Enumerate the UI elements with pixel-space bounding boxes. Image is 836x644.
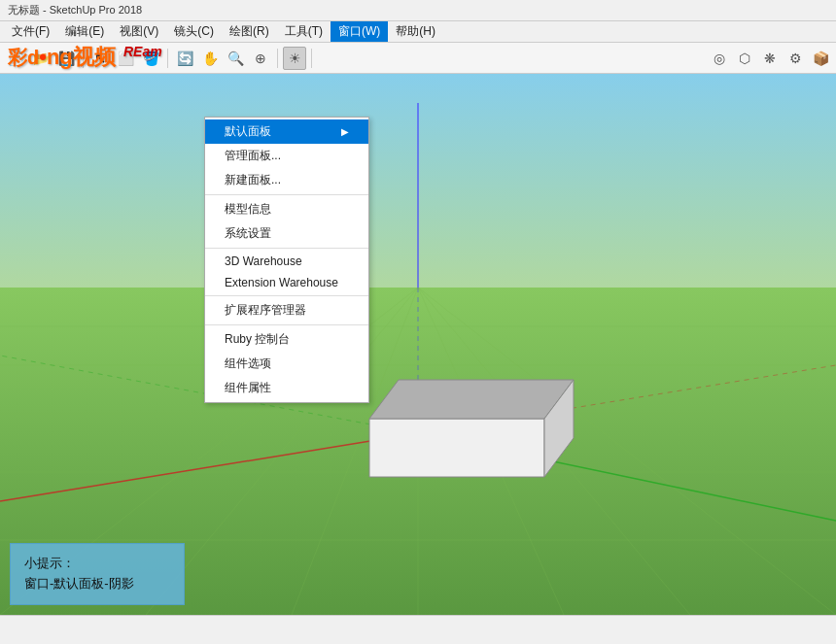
toolbar-sep2: [167, 49, 168, 68]
menubar: 文件(F) 编辑(E) 视图(V) 镜头(C) 绘图(R) 工具(T) 窗口(W…: [0, 21, 836, 43]
toolbar-eraser[interactable]: ⬜: [114, 47, 137, 70]
dropdown-item-3d-warehouse[interactable]: 3D Warehouse: [205, 251, 368, 272]
titlebar: 无标题 - SketchUp Pro 2018: [0, 0, 836, 21]
toolbar: 📄 📂 💾 ↖ ⬜ 🪣 🔄 ✋ 🔍 ⊕ ☀ ◎ ⬡ ❋ ⚙ 📦: [0, 43, 836, 74]
toolbar-pan[interactable]: ✋: [198, 47, 222, 70]
toolbar-sep1: [83, 49, 84, 68]
title-text: 无标题 - SketchUp Pro 2018: [8, 3, 142, 17]
toolbar-save[interactable]: 💾: [54, 47, 78, 70]
dropdown-sep2: [205, 248, 368, 249]
toolbar-sep4: [311, 49, 312, 68]
hint-box: 小提示： 窗口-默认面板-阴影: [10, 543, 185, 605]
statusbar: [0, 615, 836, 644]
toolbar-r5[interactable]: 📦: [809, 47, 832, 70]
dropdown-sep4: [205, 324, 368, 325]
toolbar-paint[interactable]: 🪣: [139, 47, 162, 70]
dropdown-item-comp-options[interactable]: 组件选项: [205, 352, 368, 376]
dropdown-item-new-panel[interactable]: 新建面板...: [205, 168, 368, 192]
dropdown-item-model-info[interactable]: 模型信息: [205, 197, 368, 221]
hint-line1: 小提示：: [24, 554, 170, 574]
toolbar-shadows[interactable]: ☀: [283, 47, 306, 70]
dropdown-sep3: [205, 295, 368, 296]
dropdown-item-ext-manager[interactable]: 扩展程序管理器: [205, 298, 368, 322]
toolbar-r3[interactable]: ❋: [758, 47, 782, 70]
toolbar-sep3: [277, 49, 278, 68]
menu-camera[interactable]: 镜头(C): [166, 21, 222, 42]
dropdown-item-ext-warehouse[interactable]: Extension Warehouse: [205, 272, 368, 293]
dropdown-item-comp-attributes[interactable]: 组件属性: [205, 376, 368, 400]
toolbar-zoom[interactable]: 🔍: [224, 47, 247, 70]
menu-file[interactable]: 文件(F): [4, 21, 57, 42]
dropdown-item-default-panel[interactable]: 默认面板 ▶: [205, 119, 368, 144]
viewport[interactable]: 小提示： 窗口-默认面板-阴影 默认面板 ▶ 管理面板... 新建面板... 模…: [0, 74, 836, 615]
window-dropdown-menu[interactable]: 默认面板 ▶ 管理面板... 新建面板... 模型信息 系统设置 3D Ware…: [204, 117, 369, 403]
dropdown-item-ruby-console[interactable]: Ruby 控制台: [205, 327, 368, 352]
dropdown-item-manage-panel[interactable]: 管理面板...: [205, 144, 368, 168]
toolbar-r4[interactable]: ⚙: [784, 47, 807, 70]
menu-help[interactable]: 帮助(H): [388, 21, 443, 42]
submenu-arrow: ▶: [341, 126, 349, 137]
toolbar-r2[interactable]: ⬡: [733, 47, 756, 70]
toolbar-select[interactable]: ↖: [88, 47, 112, 70]
menu-edit[interactable]: 编辑(E): [57, 21, 112, 42]
menu-draw[interactable]: 绘图(R): [222, 21, 277, 42]
dropdown-sep1: [205, 194, 368, 195]
menu-window[interactable]: 窗口(W): [331, 21, 388, 42]
dropdown-item-preferences[interactable]: 系统设置: [205, 221, 368, 246]
toolbar-r1[interactable]: ◎: [708, 47, 731, 70]
toolbar-zoom-ext[interactable]: ⊕: [249, 47, 272, 70]
hint-line2: 窗口-默认面板-阴影: [24, 574, 170, 594]
menu-tools[interactable]: 工具(T): [277, 21, 331, 42]
sky: [0, 74, 836, 290]
toolbar-open[interactable]: 📂: [29, 47, 52, 70]
toolbar-orbit[interactable]: 🔄: [173, 47, 196, 70]
menu-view[interactable]: 视图(V): [112, 21, 166, 42]
toolbar-new[interactable]: 📄: [4, 47, 27, 70]
